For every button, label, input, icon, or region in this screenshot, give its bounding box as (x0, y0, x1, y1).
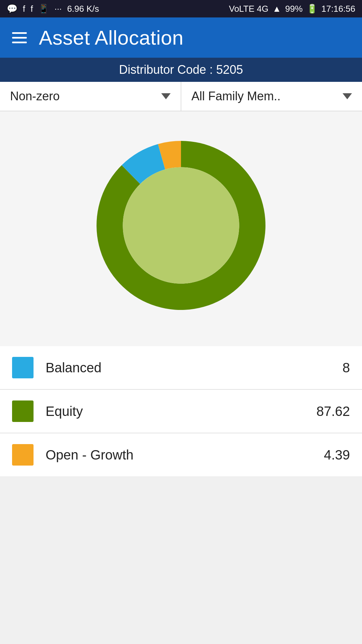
battery-text: 99% (285, 4, 303, 14)
status-bar: 💬 f f 📱 ··· 6.96 K/s VoLTE 4G ▲ 99% 🔋 17… (0, 0, 362, 17)
hamburger-line-1 (12, 32, 27, 34)
facebook-icon: f (23, 4, 25, 14)
page-title: Asset Allocation (39, 26, 184, 49)
filter-family[interactable]: All Family Mem.. (181, 82, 362, 111)
equity-value: 87.62 (316, 404, 350, 419)
time-text: 17:16:56 (321, 4, 355, 14)
bottom-space (0, 476, 362, 644)
chart-area (0, 111, 362, 346)
filter-nonzero-label: Non-zero (10, 89, 60, 103)
open-growth-swatch (12, 444, 34, 466)
legend-item-equity: Equity 87.62 (0, 390, 362, 433)
speed-text: 6.96 K/s (67, 4, 99, 14)
filter-nonzero[interactable]: Non-zero (0, 82, 181, 111)
signal-icon: ▲ (273, 4, 281, 14)
chevron-down-icon-1 (161, 93, 171, 99)
legend-item-open-growth: Open - Growth 4.39 (0, 433, 362, 476)
open-growth-label: Open - Growth (46, 447, 324, 463)
filter-family-label: All Family Mem.. (191, 89, 281, 103)
hamburger-line-3 (12, 42, 27, 43)
status-icons: 💬 f f 📱 ··· 6.96 K/s (7, 4, 99, 14)
open-growth-value: 4.39 (324, 447, 350, 463)
hamburger-menu-button[interactable] (12, 32, 27, 43)
distributor-banner: Distributor Code : 5205 (0, 58, 362, 82)
network-icon: VoLTE 4G (229, 4, 268, 14)
hamburger-line-2 (12, 37, 27, 39)
balanced-swatch (12, 357, 34, 378)
equity-swatch (12, 400, 34, 422)
app-bar: Asset Allocation (0, 17, 362, 58)
legend-item-balanced: Balanced 8 (0, 346, 362, 390)
whatsapp-icon: 📱 (38, 4, 49, 14)
chevron-down-icon-2 (343, 93, 352, 99)
equity-label: Equity (46, 404, 316, 419)
balanced-value: 8 (343, 360, 350, 375)
filter-row: Non-zero All Family Mem.. (0, 82, 362, 111)
message-icon: 💬 (7, 4, 17, 14)
distributor-code-label: Distributor Code : 5205 (119, 63, 243, 77)
legend: Balanced 8 Equity 87.62 Open - Growth 4.… (0, 346, 362, 476)
more-icon: ··· (54, 4, 62, 14)
balanced-label: Balanced (46, 360, 343, 375)
donut-chart (87, 131, 275, 319)
battery-icon: 🔋 (307, 4, 317, 14)
status-right-group: VoLTE 4G ▲ 99% 🔋 17:16:56 (229, 4, 355, 14)
chart-inner-fill (123, 167, 239, 283)
facebook2-icon: f (31, 4, 33, 14)
